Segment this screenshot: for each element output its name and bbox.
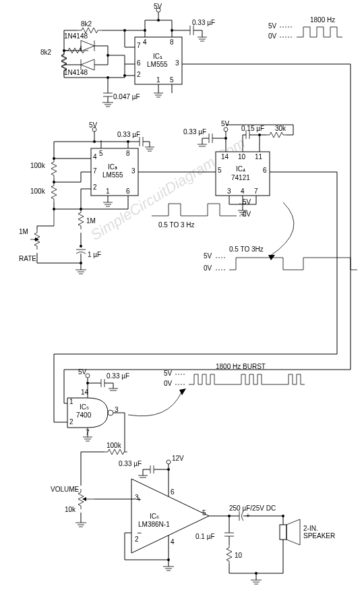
ic6-pin2: 2 [135,536,139,543]
ic3-pin4: 4 [93,153,97,161]
ic1-pin5: 5 [170,76,174,84]
ic6-ref: IC₆ [150,513,159,520]
ic6-12v: 12V [172,455,184,462]
ic5-pin7: 7 [86,429,90,436]
c0047-label: 0.047 µF [113,93,140,100]
ic6-pin6: 6 [171,488,175,496]
pot1m-label: 1M [19,228,28,235]
schematic-svg: + − [0,0,364,607]
svg-point-176 [86,382,89,384]
ic1-ref: IC₁ [153,53,162,60]
svg-point-157 [108,410,113,415]
c033e-label: 0.33 µF [119,460,142,467]
sig-1800: 1800 Hz [310,16,335,24]
cap-plus: + [246,512,250,519]
ic4-pin10: 10 [238,153,245,161]
speaker-label: 2-IN. SPEAKER [303,525,344,540]
ic4-ref: IC₄ [236,165,245,173]
svg-point-212 [167,468,170,471]
ic1-part: LM555 [147,61,168,68]
ic3-pin1: 1 [106,187,110,195]
ic5-pin1: 1 [69,398,73,405]
ic4-part: 74121 [231,174,250,181]
c015-label: 0.15 µF [241,125,264,132]
ic3-pin2: 2 [93,183,97,191]
d2-label: 1N4148 [64,69,88,76]
svg-point-109 [80,245,82,248]
ic1-pin2: 2 [137,71,141,78]
svg-marker-25 [81,40,94,51]
ic4-pin5: 5 [218,167,222,174]
svg-point-19 [144,29,146,32]
svg-rect-223 [280,525,286,540]
ic4-pin14: 14 [221,153,229,161]
ic5-part: 7400 [76,411,91,419]
ic6-pin3: 3 [135,494,139,501]
sig-rate1: 0.5 TO 3 Hz [158,221,195,229]
ic5-pin3: 3 [115,406,119,413]
sig-burst-5v: 5V [164,370,172,377]
ic5-ref: IC₅ [80,403,89,411]
ic3-part: LM555 [102,171,123,179]
sig-1800-0v: 0V [268,32,276,40]
ic5-pin14: 14 [81,388,88,396]
c250-label: 250 µF/25V DC [229,504,276,512]
c033d-label: 0.33 µF [107,372,129,380]
svg-point-232 [282,515,284,517]
r8k2b-label: 8k2 [40,49,51,56]
ic5-5v: 5V [78,368,86,376]
ic4-5v: 5V [221,120,229,127]
ic6-pin5: 5 [202,509,206,517]
ic1-pin1: 1 [156,76,160,84]
svg-point-140 [224,137,227,140]
ic3-pin6: 6 [126,187,130,195]
r8k2a-label: 8k2 [81,20,92,28]
ic1-5v: 5V [154,3,162,10]
svg-point-82 [93,140,96,143]
pot-vol-label: VOLUME [51,486,79,493]
ic3-ref: IC₃ [108,163,117,171]
r1m-label: 1M [86,217,96,225]
r10-label: 10 [235,552,242,559]
svg-point-202 [167,558,170,561]
ic4-pin7: 7 [254,187,258,195]
c033b-label: 0.33 µF [117,131,140,138]
sig-rate2-0v: 0V [204,264,212,272]
svg-marker-186 [82,497,86,501]
svg-marker-224 [286,519,300,545]
pot-rate-label: RATE [19,255,36,262]
ic3-pin3: 3 [131,167,135,175]
ic5-pin2: 2 [69,418,73,426]
ic3-pin8: 8 [126,150,130,157]
svg-point-49 [107,76,109,79]
svg-point-22 [157,19,160,22]
c033c-label: 0.33 µF [183,128,206,136]
r100ka-label: 100k [30,162,45,169]
ic6-part: LM386N-1 [138,521,170,528]
ic4-pin6: 6 [263,167,267,174]
ic4-pin4: 4 [241,187,245,195]
ic4-pin3: 3 [227,187,231,195]
svg-point-58 [171,29,173,32]
c01-label: 0.1 µF [195,533,215,540]
sig-burst: 1800 Hz BURST [216,363,266,370]
ic1-pin7: 7 [137,42,141,49]
svg-point-15 [123,29,126,32]
svg-point-38 [123,74,126,77]
sig-1800-5v: 5V [268,22,276,30]
svg-point-204 [166,460,171,464]
ic1-pin6: 6 [137,59,141,67]
ic1-pin4: 4 [143,38,147,46]
c033a-label: 0.33 µF [192,19,215,26]
ic1-pin3: 3 [175,59,179,67]
ic1-pin8: 8 [170,38,174,46]
ic4-pin11: 11 [255,153,262,161]
c1u-label: 1 µF [88,251,101,258]
sig-rate2: 0.5 TO 3Hz [229,245,264,253]
r100kb-label: 100k [30,187,45,195]
sig-rate1-5v: 5V [243,198,251,206]
r30k-label: 30k [275,125,286,132]
d1-label: 1N4148 [64,32,88,40]
svg-point-231 [255,572,257,575]
pot10k-label: 10k [65,506,75,513]
